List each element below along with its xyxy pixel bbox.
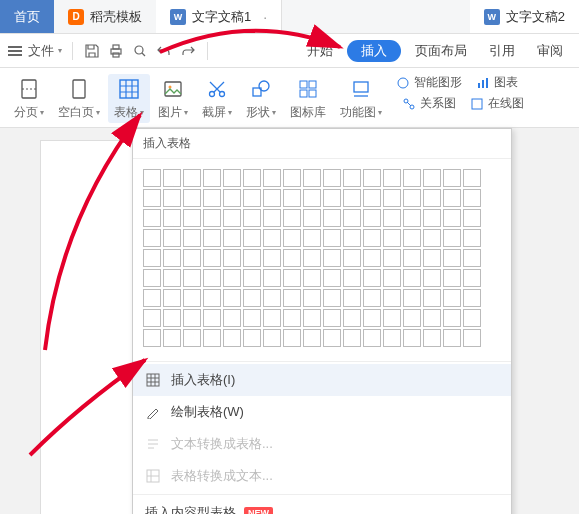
- grid-cell[interactable]: [223, 189, 241, 207]
- grid-cell[interactable]: [343, 189, 361, 207]
- grid-cell[interactable]: [203, 289, 221, 307]
- grid-cell[interactable]: [143, 229, 161, 247]
- grid-cell[interactable]: [363, 309, 381, 327]
- grid-cell[interactable]: [163, 169, 181, 187]
- grid-cell[interactable]: [223, 289, 241, 307]
- grid-cell[interactable]: [463, 329, 481, 347]
- grid-cell[interactable]: [423, 189, 441, 207]
- grid-cell[interactable]: [143, 169, 161, 187]
- grid-cell[interactable]: [423, 229, 441, 247]
- grid-cell[interactable]: [383, 169, 401, 187]
- redo-icon[interactable]: [179, 42, 197, 60]
- grid-cell[interactable]: [243, 269, 261, 287]
- grid-cell[interactable]: [323, 309, 341, 327]
- grid-cell[interactable]: [183, 209, 201, 227]
- grid-cell[interactable]: [223, 249, 241, 267]
- grid-cell[interactable]: [283, 309, 301, 327]
- grid-cell[interactable]: [403, 249, 421, 267]
- grid-cell[interactable]: [163, 209, 181, 227]
- grid-cell[interactable]: [283, 189, 301, 207]
- grid-cell[interactable]: [343, 209, 361, 227]
- grid-cell[interactable]: [163, 189, 181, 207]
- grid-cell[interactable]: [363, 189, 381, 207]
- grid-cell[interactable]: [383, 269, 401, 287]
- tab-document-1[interactable]: W 文字文稿1 ·: [156, 0, 282, 33]
- grid-cell[interactable]: [343, 329, 361, 347]
- grid-cell[interactable]: [203, 229, 221, 247]
- grid-cell[interactable]: [343, 249, 361, 267]
- grid-cell[interactable]: [383, 289, 401, 307]
- shapes-button[interactable]: 形状▾: [240, 74, 282, 123]
- grid-cell[interactable]: [183, 269, 201, 287]
- grid-cell[interactable]: [243, 329, 261, 347]
- grid-cell[interactable]: [323, 169, 341, 187]
- grid-cell[interactable]: [443, 209, 461, 227]
- grid-cell[interactable]: [463, 289, 481, 307]
- grid-cell[interactable]: [363, 329, 381, 347]
- grid-cell[interactable]: [243, 229, 261, 247]
- undo-icon[interactable]: [155, 42, 173, 60]
- grid-cell[interactable]: [143, 209, 161, 227]
- grid-cell[interactable]: [263, 269, 281, 287]
- tab-home[interactable]: 首页: [0, 0, 54, 33]
- grid-cell[interactable]: [363, 209, 381, 227]
- grid-cell[interactable]: [243, 249, 261, 267]
- grid-cell[interactable]: [183, 249, 201, 267]
- grid-cell[interactable]: [303, 249, 321, 267]
- grid-cell[interactable]: [163, 229, 181, 247]
- grid-cell[interactable]: [223, 329, 241, 347]
- grid-cell[interactable]: [423, 169, 441, 187]
- grid-cell[interactable]: [383, 249, 401, 267]
- screenshot-button[interactable]: 截屏▾: [196, 74, 238, 123]
- feature-button[interactable]: 功能图▾: [334, 74, 388, 123]
- grid-cell[interactable]: [363, 269, 381, 287]
- grid-cell[interactable]: [163, 249, 181, 267]
- grid-cell[interactable]: [303, 329, 321, 347]
- grid-cell[interactable]: [403, 309, 421, 327]
- grid-cell[interactable]: [183, 169, 201, 187]
- grid-cell[interactable]: [423, 309, 441, 327]
- grid-cell[interactable]: [323, 289, 341, 307]
- grid-cell[interactable]: [463, 209, 481, 227]
- grid-cell[interactable]: [283, 329, 301, 347]
- grid-cell[interactable]: [423, 269, 441, 287]
- grid-cell[interactable]: [283, 209, 301, 227]
- insert-table-item[interactable]: 插入表格(I): [133, 364, 511, 396]
- grid-cell[interactable]: [203, 189, 221, 207]
- grid-cell[interactable]: [263, 229, 281, 247]
- grid-cell[interactable]: [443, 189, 461, 207]
- grid-cell[interactable]: [403, 329, 421, 347]
- grid-cell[interactable]: [323, 249, 341, 267]
- grid-cell[interactable]: [143, 189, 161, 207]
- chart-button[interactable]: 图表: [476, 74, 518, 91]
- grid-cell[interactable]: [463, 189, 481, 207]
- grid-cell[interactable]: [183, 229, 201, 247]
- relation-button[interactable]: 关系图: [402, 95, 456, 112]
- grid-cell[interactable]: [143, 269, 161, 287]
- grid-cell[interactable]: [323, 229, 341, 247]
- menu-reference[interactable]: 引用: [481, 42, 523, 60]
- grid-cell[interactable]: [263, 249, 281, 267]
- grid-cell[interactable]: [243, 209, 261, 227]
- menu-icon[interactable]: [8, 44, 22, 58]
- grid-cell[interactable]: [323, 269, 341, 287]
- table-size-grid[interactable]: [133, 159, 511, 359]
- grid-cell[interactable]: [443, 309, 461, 327]
- grid-cell[interactable]: [283, 229, 301, 247]
- grid-cell[interactable]: [363, 249, 381, 267]
- grid-cell[interactable]: [403, 229, 421, 247]
- grid-cell[interactable]: [343, 229, 361, 247]
- grid-cell[interactable]: [243, 309, 261, 327]
- grid-cell[interactable]: [283, 269, 301, 287]
- grid-cell[interactable]: [183, 289, 201, 307]
- grid-cell[interactable]: [463, 229, 481, 247]
- grid-cell[interactable]: [223, 309, 241, 327]
- grid-cell[interactable]: [383, 229, 401, 247]
- grid-cell[interactable]: [343, 169, 361, 187]
- grid-cell[interactable]: [203, 209, 221, 227]
- grid-cell[interactable]: [183, 329, 201, 347]
- grid-cell[interactable]: [263, 169, 281, 187]
- grid-cell[interactable]: [403, 269, 421, 287]
- grid-cell[interactable]: [363, 169, 381, 187]
- grid-cell[interactable]: [423, 209, 441, 227]
